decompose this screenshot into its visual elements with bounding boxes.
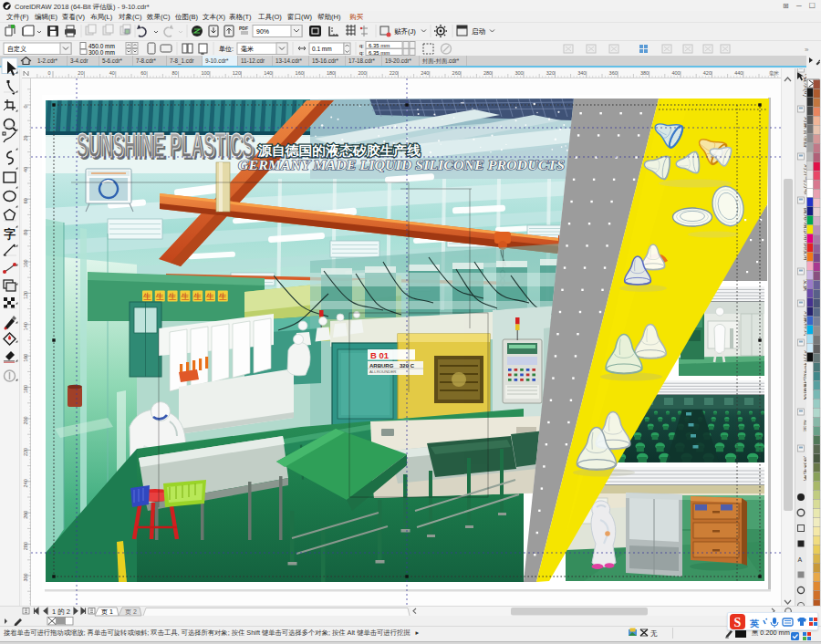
svg-text:源自德国的液态矽胶生产线: 源自德国的液态矽胶生产线 — [257, 143, 421, 158]
svg-text:英: 英 — [749, 618, 760, 628]
svg-text:300.0 mm: 300.0 mm — [88, 49, 115, 56]
svg-text:200: 200 — [358, 70, 366, 76]
svg-text:120: 120 — [233, 70, 241, 76]
svg-text:60: 60 — [23, 198, 28, 203]
svg-text:PDF: PDF — [239, 26, 248, 31]
svg-text:单位:: 单位: — [219, 46, 234, 52]
svg-text:360: 360 — [609, 70, 618, 76]
svg-text:280: 280 — [483, 70, 492, 76]
svg-text:页 2: 页 2 — [125, 608, 137, 616]
svg-text:生: 生 — [169, 292, 177, 301]
svg-text:180: 180 — [23, 385, 28, 393]
svg-text:GERMANY MADE LIQUID SILICONE P: GERMANY MADE LIQUID SILICONE PRODUCTS — [238, 158, 565, 172]
svg-text:20: 20 — [23, 135, 28, 140]
svg-text:200: 200 — [23, 416, 28, 424]
svg-text:生: 生 — [206, 292, 214, 301]
svg-text:贴齐(J): 贴齐(J) — [394, 27, 416, 36]
svg-text:0: 0 — [47, 70, 50, 76]
svg-text:A: A — [798, 556, 803, 563]
svg-text:160: 160 — [23, 354, 28, 362]
svg-text:340: 340 — [577, 70, 586, 76]
svg-text:生: 生 — [143, 292, 151, 301]
svg-text:300: 300 — [514, 70, 523, 76]
svg-text:90%: 90% — [256, 28, 269, 35]
svg-text:6.35 mm: 6.35 mm — [369, 50, 390, 56]
svg-text:自定义: 自定义 — [7, 46, 26, 53]
svg-text:80: 80 — [23, 230, 28, 235]
svg-text:60: 60 — [140, 70, 146, 76]
svg-text:260: 260 — [452, 70, 461, 76]
svg-text:220: 220 — [23, 448, 28, 456]
svg-text:生: 生 — [156, 292, 164, 301]
svg-text:1 的 2: 1 的 2 — [52, 608, 70, 616]
svg-text:毫米: 毫米 — [241, 46, 254, 52]
svg-text:启动: 启动 — [472, 27, 486, 36]
svg-text:毫米: 毫米 — [769, 70, 780, 76]
svg-text:300: 300 — [23, 573, 28, 581]
svg-text:120: 120 — [23, 291, 28, 299]
svg-text:440: 440 — [734, 70, 743, 76]
svg-text:40: 40 — [109, 70, 115, 76]
svg-text:0.1 mm: 0.1 mm — [312, 46, 332, 52]
svg-text:160: 160 — [296, 70, 304, 76]
svg-text:420: 420 — [703, 70, 712, 76]
svg-text:100: 100 — [23, 259, 28, 267]
svg-text:220: 220 — [390, 70, 398, 76]
svg-text:140: 140 — [264, 70, 272, 76]
svg-text:生: 生 — [181, 292, 189, 301]
svg-text:240: 240 — [421, 70, 429, 76]
svg-text:180: 180 — [327, 70, 335, 76]
svg-text:320: 320 — [546, 70, 555, 76]
svg-text:生: 生 — [193, 292, 202, 301]
svg-text:280: 280 — [23, 542, 28, 550]
svg-text:ARBURG: ARBURG — [369, 363, 394, 369]
svg-text:无: 无 — [650, 629, 658, 638]
svg-text:ALLROUNDER: ALLROUNDER — [369, 369, 396, 374]
svg-text:SUNSHINE PLASTICS: SUNSHINE PLASTICS — [77, 127, 254, 164]
svg-text:页 1: 页 1 — [101, 608, 113, 616]
svg-text:400: 400 — [671, 70, 680, 76]
svg-text:0: 0 — [23, 105, 28, 108]
svg-text:q:: q: — [359, 43, 364, 48]
svg-text:字: 字 — [4, 227, 16, 241]
svg-text:生: 生 — [219, 292, 227, 301]
svg-text:140: 140 — [23, 322, 28, 330]
svg-text:260: 260 — [23, 511, 28, 519]
svg-text:380: 380 — [640, 70, 649, 76]
svg-text:450.0 mm: 450.0 mm — [88, 43, 115, 49]
svg-text:240: 240 — [23, 479, 28, 487]
svg-text:S: S — [734, 616, 742, 629]
svg-text:20: 20 — [78, 70, 83, 76]
svg-text:6.35 mm: 6.35 mm — [369, 43, 390, 48]
svg-text:B 01: B 01 — [370, 350, 390, 360]
svg-text:40: 40 — [23, 167, 28, 172]
svg-text:100: 100 — [201, 70, 209, 76]
svg-text:80: 80 — [172, 70, 178, 76]
